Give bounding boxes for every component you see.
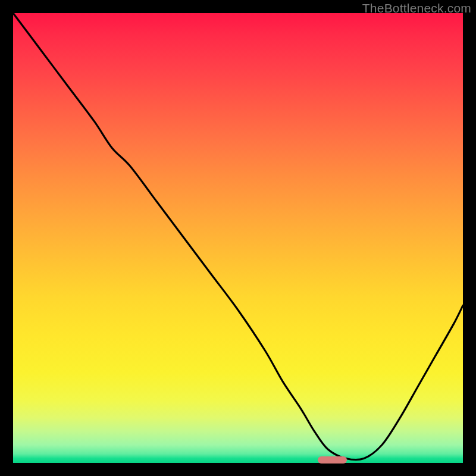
bottleneck-curve-path <box>13 13 463 460</box>
chart-plot <box>13 13 463 463</box>
optimal-marker <box>318 456 347 464</box>
chart-frame <box>13 13 463 463</box>
